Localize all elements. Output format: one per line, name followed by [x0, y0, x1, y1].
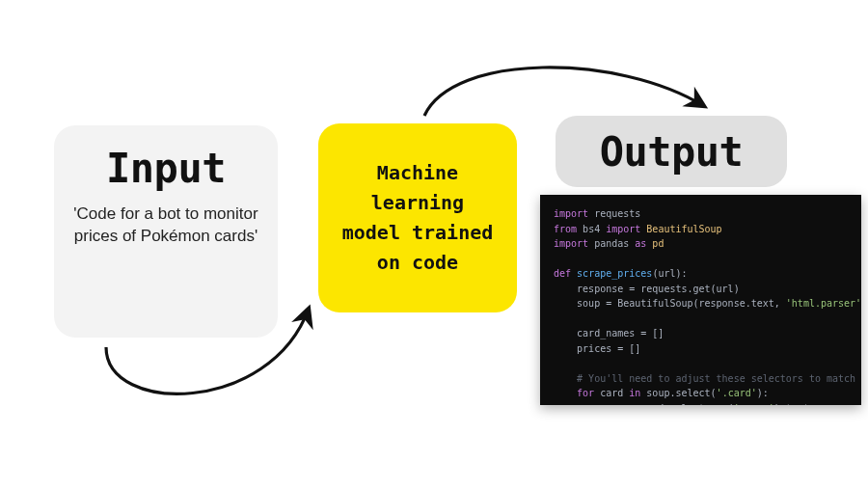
model-box: Machine learning model trained on code: [318, 123, 517, 312]
code-pl: (url):: [652, 268, 687, 279]
code-id: requests: [588, 208, 640, 219]
code-fn: scrape_prices: [577, 268, 652, 279]
code-str: '.name': [734, 403, 774, 406]
code-kw: as: [635, 238, 646, 249]
code-line: prices = []: [554, 343, 640, 354]
code-comment: # You'll need to adjust these selectors …: [554, 373, 861, 384]
input-description: 'Code for a bot to monitor prices of Pok…: [73, 203, 258, 248]
diagram-stage: Input 'Code for a bot to monitor prices …: [0, 0, 868, 488]
code-id: BeautifulSoup: [640, 224, 721, 234]
code-id: pd: [646, 238, 664, 249]
code-pl: ).text: [774, 403, 809, 406]
code-pl: ):: [757, 388, 769, 398]
code-line: name = card.select_one(: [554, 403, 734, 406]
code-id: bs4: [577, 224, 606, 234]
code-id: pandas: [588, 238, 635, 249]
output-code: import requests from bs4 import Beautifu…: [540, 195, 861, 405]
code-pl: card: [594, 388, 629, 398]
code-str: '.card': [717, 388, 757, 398]
code-str: 'html.parser': [786, 298, 861, 309]
output-title: Output: [600, 128, 744, 176]
code-line: response = requests.get(url): [554, 284, 740, 294]
code-kw: in: [629, 388, 640, 398]
code-kw: for: [554, 388, 594, 398]
code-kw: from: [554, 224, 577, 234]
model-text: Machine learning model trained on code: [338, 158, 498, 278]
code-line: card_names = []: [554, 328, 664, 339]
input-box: Input 'Code for a bot to monitor prices …: [54, 125, 278, 338]
code-kw: import: [554, 238, 588, 249]
code-kw: def: [554, 268, 577, 279]
code-kw: import: [606, 224, 640, 234]
input-title: Input: [106, 145, 226, 192]
output-box: Output: [556, 116, 787, 187]
code-pl: soup.select(: [640, 388, 716, 398]
code-kw: import: [554, 208, 588, 219]
code-line: soup = BeautifulSoup(response.text,: [554, 298, 786, 309]
